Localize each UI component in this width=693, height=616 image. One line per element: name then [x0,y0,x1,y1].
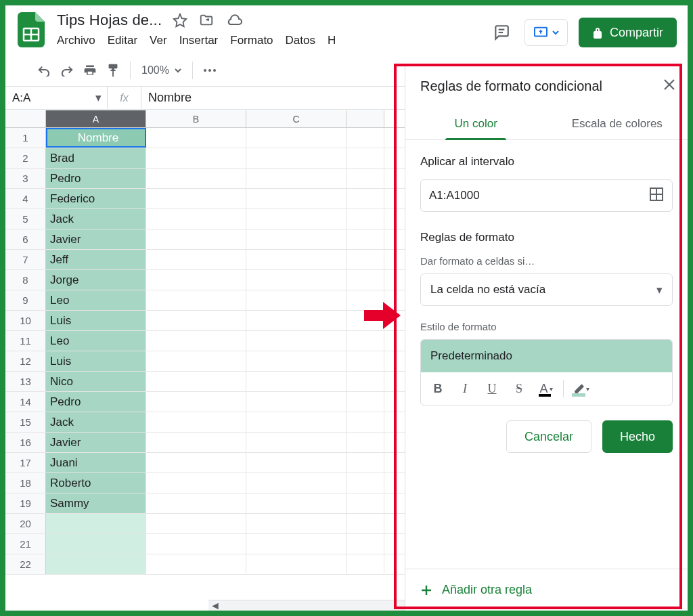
cell[interactable]: Pedro [46,392,146,412]
cell[interactable] [346,209,384,229]
cell[interactable] [246,514,346,533]
cell[interactable] [146,514,246,533]
row-header[interactable]: 20 [5,514,46,533]
row-header[interactable]: 9 [5,290,46,310]
cell[interactable] [146,372,246,391]
cell[interactable] [246,453,346,472]
row-header[interactable]: 15 [5,412,46,432]
cell[interactable] [246,473,346,493]
cell[interactable] [46,554,146,574]
cell[interactable] [346,473,384,493]
cell[interactable] [246,169,346,188]
cell[interactable] [46,534,146,554]
cell[interactable] [346,331,384,351]
cell[interactable]: Jack [46,412,146,432]
cell[interactable] [146,229,246,249]
italic-button[interactable]: I [452,376,478,401]
cell[interactable] [346,290,384,310]
cloud-status-icon[interactable] [225,14,243,27]
column-header-b[interactable]: B [146,110,246,127]
more-tools-icon[interactable] [198,59,221,82]
style-preview[interactable]: Predeterminado [421,340,672,372]
cell[interactable] [346,554,384,574]
fill-color-button[interactable]: ▾ [568,376,594,401]
done-button[interactable]: Hecho [602,420,673,453]
cell[interactable] [346,412,384,432]
cell[interactable] [146,250,246,269]
share-button[interactable]: Compartir [579,18,677,47]
cell[interactable] [346,372,384,391]
cell[interactable] [246,331,346,351]
row-header[interactable]: 6 [5,229,46,249]
cell[interactable] [346,169,384,188]
cell[interactable] [246,534,346,554]
cell[interactable] [246,493,346,513]
cell[interactable] [146,534,246,554]
menu-editar[interactable]: Editar [108,34,137,47]
cell[interactable]: Javier [46,433,146,452]
undo-button[interactable] [32,59,55,82]
cell[interactable] [246,412,346,432]
cell[interactable] [246,148,346,168]
cell[interactable] [246,554,346,574]
condition-select[interactable]: La celda no está vacía ▾ [420,273,673,306]
cell[interactable]: Juani [46,453,146,472]
cell[interactable] [346,250,384,269]
row-header[interactable]: 14 [5,392,46,412]
cell[interactable] [146,433,246,452]
column-header-d[interactable] [346,110,384,127]
cell[interactable] [346,534,384,554]
row-header[interactable]: 16 [5,433,46,452]
cell[interactable]: Pedro [46,169,146,188]
text-color-button[interactable]: A▾ [533,376,559,401]
cell[interactable] [346,270,384,290]
select-range-icon[interactable] [649,187,664,205]
row-header[interactable]: 11 [5,331,46,351]
sheets-logo-icon[interactable] [16,15,46,45]
cell[interactable]: Luis [46,311,146,330]
range-input[interactable]: A1:A1000 [420,179,673,212]
cell[interactable] [246,189,346,208]
cell[interactable] [146,412,246,432]
cell[interactable]: Jorge [46,270,146,290]
row-header[interactable]: 19 [5,493,46,513]
star-icon[interactable] [173,13,187,28]
cell[interactable] [346,148,384,168]
menu-datos[interactable]: Datos [286,34,315,47]
cell[interactable]: Roberto [46,473,146,493]
add-rule-button[interactable]: Añadir otra regla [405,569,688,611]
tab-color-scale[interactable]: Escala de colores [547,108,688,139]
cell[interactable] [346,189,384,208]
cell[interactable] [246,229,346,249]
present-button[interactable] [524,19,568,46]
column-header-c[interactable]: C [246,110,346,127]
cell[interactable] [146,311,246,330]
cell[interactable] [246,128,346,148]
cell[interactable] [346,351,384,371]
cell[interactable] [146,392,246,412]
cell[interactable] [246,372,346,391]
row-header[interactable]: 5 [5,209,46,229]
row-header[interactable]: 8 [5,270,46,290]
row-header[interactable]: 2 [5,148,46,168]
cell[interactable] [146,128,246,148]
cell[interactable] [346,128,384,148]
row-header[interactable]: 10 [5,311,46,330]
cell[interactable] [346,229,384,249]
name-box[interactable]: A:A ▾ [5,87,107,109]
row-header[interactable]: 13 [5,372,46,391]
row-header[interactable]: 1 [5,128,46,148]
cell[interactable] [146,270,246,290]
close-icon[interactable] [663,79,675,94]
print-button[interactable] [79,59,102,82]
tab-single-color[interactable]: Un color [405,108,547,139]
cell[interactable] [146,209,246,229]
cell[interactable] [146,453,246,472]
menu-archivo[interactable]: Archivo [57,34,95,47]
cell[interactable] [46,514,146,533]
cell[interactable] [346,453,384,472]
cell[interactable]: Federico [46,189,146,208]
row-header[interactable]: 12 [5,351,46,371]
bold-button[interactable]: B [425,376,451,401]
menu-formato[interactable]: Formato [230,34,273,47]
